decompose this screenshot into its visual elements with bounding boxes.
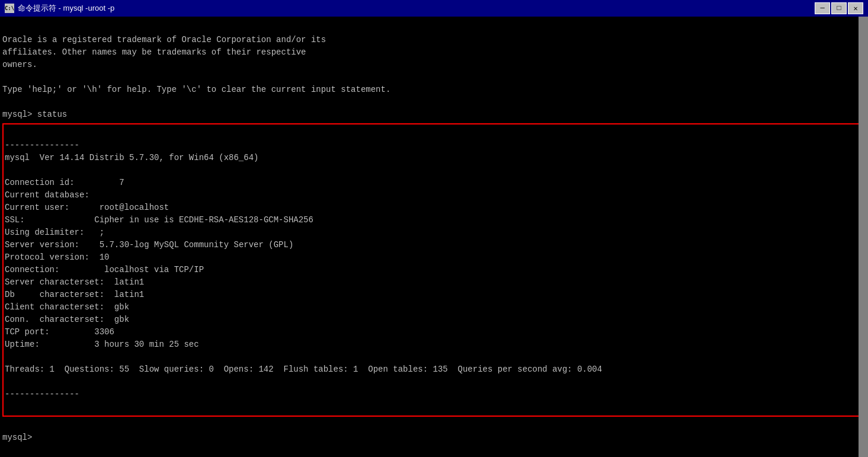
client-charset-line: Client characterset: gbk: [5, 302, 129, 312]
close-button[interactable]: ✕: [848, 2, 863, 14]
server-version-line: Server version: 5.7.30-log MySQL Communi…: [5, 240, 293, 250]
status-box: --------------- mysql Ver 14.14 Distrib …: [2, 123, 866, 417]
minimize-button[interactable]: ─: [815, 2, 830, 14]
status-separator-bottom: ---------------: [5, 389, 79, 399]
intro-text: Oracle is a registered trademark of Orac…: [2, 35, 326, 44]
db-charset-line: Db characterset: latin1: [5, 290, 144, 299]
ssl-line: SSL: Cipher in use is ECDHE-RSA-AES128-G…: [5, 215, 313, 225]
window-controls: ─ □ ✕: [815, 2, 863, 14]
help-text: Type 'help;' or '\h' for help. Type '\c'…: [2, 85, 390, 94]
connection-id-line: Connection id: 7: [5, 178, 124, 187]
console-output: Oracle is a registered trademark of Orac…: [2, 21, 866, 121]
current-database-line: Current database:: [5, 190, 104, 200]
intro-text-2: affiliates. Other names may be trademark…: [2, 47, 306, 57]
maximize-button[interactable]: □: [831, 2, 847, 14]
mysql-version: mysql Ver 14.14 Distrib 5.7.30, for Win6…: [5, 153, 258, 162]
status-separator-top: ---------------: [5, 140, 79, 150]
final-prompt: mysql>: [2, 419, 866, 456]
conn-charset-line: Conn. characterset: gbk: [5, 315, 129, 324]
window: C:\ 命令提示符 - mysql -uroot -p ─ □ ✕ Oracle…: [0, 0, 868, 457]
window-title: 命令提示符 - mysql -uroot -p: [18, 3, 114, 14]
current-user-line: Current user: root@localhost: [5, 203, 169, 212]
server-charset-line: Server characterset: latin1: [5, 277, 144, 287]
connection-line: Connection: localhost via TCP/IP: [5, 265, 204, 274]
command-line: mysql> status: [2, 110, 67, 119]
delimiter-line: Using delimiter: ;: [5, 228, 104, 237]
scrollbar[interactable]: [859, 17, 868, 457]
window-icon: C:\: [5, 4, 14, 13]
intro-text-3: owners.: [2, 60, 37, 69]
tcp-port-line: TCP port: 3306: [5, 327, 114, 337]
console-area[interactable]: Oracle is a registered trademark of Orac…: [0, 17, 868, 457]
title-bar: C:\ 命令提示符 - mysql -uroot -p ─ □ ✕: [0, 0, 868, 17]
uptime-line: Uptime: 3 hours 30 min 25 sec: [5, 340, 199, 349]
threads-line: Threads: 1 Questions: 55 Slow queries: 0…: [5, 365, 602, 374]
status-content: --------------- mysql Ver 14.14 Distrib …: [5, 127, 863, 413]
protocol-version-line: Protocol version: 10: [5, 253, 109, 262]
title-bar-left: C:\ 命令提示符 - mysql -uroot -p: [5, 3, 114, 14]
